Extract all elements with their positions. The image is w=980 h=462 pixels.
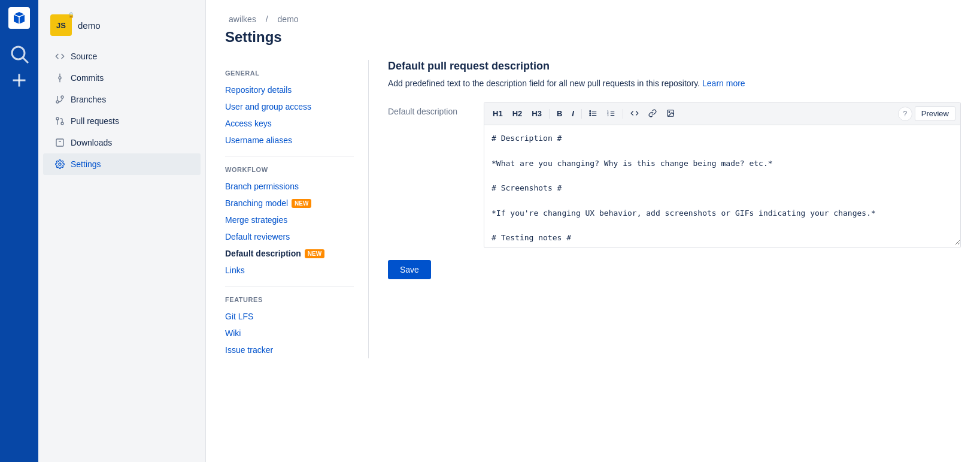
nav-item-downloads[interactable]: Downloads bbox=[43, 132, 201, 153]
nav-item-source[interactable]: Source bbox=[43, 46, 201, 67]
svg-point-9 bbox=[56, 101, 59, 103]
nav-label-downloads: Downloads bbox=[71, 138, 112, 147]
code-icon bbox=[630, 109, 639, 117]
source-icon bbox=[55, 52, 65, 61]
nav-label-branches: Branches bbox=[71, 95, 106, 104]
toolbar-divider-3 bbox=[623, 109, 623, 119]
settings-divider-2 bbox=[225, 286, 354, 286]
settings-nav-branching-model[interactable]: Branching model NEW bbox=[225, 195, 354, 212]
settings-nav-wiki[interactable]: Wiki bbox=[225, 325, 354, 342]
toolbar-h3-btn[interactable]: H3 bbox=[528, 108, 545, 119]
breadcrumb-user: awilkes bbox=[229, 14, 256, 24]
nav-item-branches[interactable]: Branches bbox=[43, 89, 201, 110]
section-label-features: FEATURES bbox=[225, 296, 354, 303]
breadcrumb-repo: demo bbox=[278, 14, 299, 24]
panel-title: Default pull request description bbox=[388, 60, 961, 73]
nav-item-commits[interactable]: Commits bbox=[43, 67, 201, 89]
settings-panel: Default pull request description Add pre… bbox=[383, 60, 961, 358]
toolbar-numbered-btn[interactable]: 123 bbox=[603, 107, 619, 120]
svg-point-11 bbox=[56, 117, 59, 120]
default-description-badge: NEW bbox=[305, 249, 324, 258]
bullet-list-icon bbox=[589, 109, 597, 117]
panel-description: Add predefined text to the description f… bbox=[388, 77, 961, 90]
svg-point-0 bbox=[12, 47, 25, 59]
nav-label-pull-requests: Pull requests bbox=[71, 116, 119, 126]
settings-divider-1 bbox=[225, 156, 354, 156]
panel-description-text: Add predefined text to the description f… bbox=[388, 78, 700, 88]
svg-rect-13 bbox=[56, 139, 63, 146]
settings-nav-username-aliases[interactable]: Username aliases bbox=[225, 132, 354, 149]
breadcrumb: awilkes / demo bbox=[225, 14, 961, 24]
search-icon-btn[interactable] bbox=[8, 43, 30, 65]
numbered-list-icon: 123 bbox=[607, 109, 615, 117]
settings-nav-user-group-access[interactable]: User and group access bbox=[225, 98, 354, 115]
settings-nav: GENERAL Repository details User and grou… bbox=[225, 60, 369, 358]
field-label: Default description bbox=[388, 102, 472, 116]
section-label-workflow: WORKFLOW bbox=[225, 166, 354, 173]
settings-nav-branch-permissions[interactable]: Branch permissions bbox=[225, 178, 354, 195]
repo-name: demo bbox=[78, 20, 101, 31]
breadcrumb-separator: / bbox=[266, 14, 271, 24]
settings-nav-issue-tracker[interactable]: Issue tracker bbox=[225, 342, 354, 358]
toolbar-image-btn[interactable] bbox=[663, 107, 678, 120]
link-icon bbox=[648, 109, 657, 117]
svg-line-1 bbox=[23, 58, 28, 63]
field-editor: H1 H2 H3 B I 123 bbox=[484, 102, 961, 248]
toolbar-h2-btn[interactable]: H2 bbox=[509, 108, 526, 119]
toolbar-bullet-btn[interactable] bbox=[585, 107, 601, 120]
image-icon bbox=[666, 109, 675, 117]
default-description-label: Default description bbox=[225, 249, 301, 258]
settings-icon bbox=[55, 159, 65, 169]
branching-model-badge: NEW bbox=[292, 199, 311, 208]
lock-icon: 🔒 bbox=[68, 12, 74, 18]
nav-item-pull-requests[interactable]: Pull requests bbox=[43, 110, 201, 132]
app-logo[interactable] bbox=[8, 7, 30, 29]
toolbar-h1-btn[interactable]: H1 bbox=[489, 108, 506, 119]
commits-icon bbox=[55, 73, 65, 83]
nav-item-settings[interactable]: Settings bbox=[43, 153, 201, 175]
settings-nav-default-description[interactable]: Default description NEW bbox=[225, 245, 354, 262]
toolbar-link-btn[interactable] bbox=[645, 107, 660, 120]
editor-toolbar: H1 H2 H3 B I 123 bbox=[484, 102, 960, 125]
svg-point-15 bbox=[59, 163, 61, 165]
toolbar-code-btn[interactable] bbox=[627, 107, 642, 120]
branching-model-label: Branching model bbox=[225, 198, 288, 208]
toolbar-bold-btn[interactable]: B bbox=[553, 108, 566, 119]
settings-nav-git-lfs[interactable]: Git LFS bbox=[225, 308, 354, 325]
description-textarea[interactable] bbox=[484, 125, 960, 245]
svg-point-21 bbox=[590, 114, 591, 116]
create-icon-btn[interactable] bbox=[8, 70, 30, 91]
toolbar-divider-2 bbox=[581, 109, 582, 119]
settings-nav-default-reviewers[interactable]: Default reviewers bbox=[225, 228, 354, 245]
learn-more-link[interactable]: Learn more bbox=[702, 78, 745, 88]
branches-icon bbox=[55, 95, 65, 104]
repo-header: JS 🔒 demo bbox=[38, 10, 205, 46]
toolbar-help-btn[interactable]: ? bbox=[898, 107, 912, 121]
main-content: awilkes / demo Settings GENERAL Reposito… bbox=[206, 0, 980, 462]
svg-point-4 bbox=[59, 77, 61, 79]
settings-nav-links[interactable]: Links bbox=[225, 262, 354, 279]
svg-point-20 bbox=[590, 113, 591, 114]
svg-point-10 bbox=[61, 122, 63, 125]
toolbar-preview-btn[interactable]: Preview bbox=[915, 106, 955, 121]
settings-nav-access-keys[interactable]: Access keys bbox=[225, 115, 354, 132]
section-label-general: GENERAL bbox=[225, 70, 354, 77]
nav-label-settings: Settings bbox=[71, 159, 101, 169]
page-title: Settings bbox=[225, 29, 961, 46]
toolbar-divider-1 bbox=[549, 109, 550, 119]
svg-point-29 bbox=[669, 111, 670, 113]
field-row: Default description H1 H2 H3 B I bbox=[388, 102, 961, 248]
nav-label-source: Source bbox=[71, 52, 97, 61]
left-nav: JS 🔒 demo Source Commits Branches Pull r… bbox=[38, 0, 206, 462]
svg-point-8 bbox=[61, 96, 63, 98]
toolbar-italic-btn[interactable]: I bbox=[568, 108, 578, 119]
downloads-icon bbox=[55, 138, 65, 147]
settings-nav-repo-details[interactable]: Repository details bbox=[225, 81, 354, 98]
settings-nav-merge-strategies[interactable]: Merge strategies bbox=[225, 212, 354, 228]
repo-avatar: JS 🔒 bbox=[50, 14, 72, 36]
pull-requests-icon bbox=[55, 116, 65, 126]
svg-text:3: 3 bbox=[607, 114, 608, 116]
save-button[interactable]: Save bbox=[388, 260, 431, 279]
nav-label-commits: Commits bbox=[71, 73, 104, 83]
settings-layout: GENERAL Repository details User and grou… bbox=[225, 60, 961, 358]
